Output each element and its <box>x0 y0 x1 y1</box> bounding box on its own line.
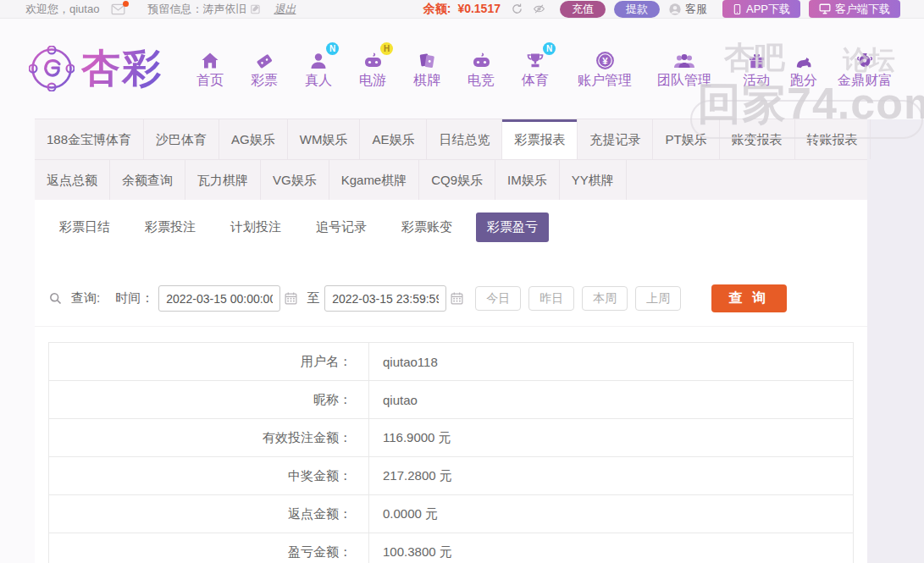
row-label: 有效投注金额： <box>49 419 369 456</box>
subtab-zhuihao[interactable]: 追号记录 <box>305 213 378 242</box>
end-calendar-icon[interactable] <box>448 290 466 307</box>
logo-text: 杏彩 <box>81 42 163 95</box>
client-download-label: 客户端下载 <box>835 2 890 17</box>
app-download-button[interactable]: APP下载 <box>722 0 800 18</box>
nav-label: 体育 <box>508 72 562 90</box>
subtab-caipiao-rijie[interactable]: 彩票日结 <box>48 213 121 242</box>
nav-item-slots[interactable]: H 电游 <box>346 47 400 90</box>
tab-vg[interactable]: VG娱乐 <box>261 160 329 200</box>
header: 杏彩 首页 彩票 N 真人 H 电游 棋牌 电竞 N <box>0 19 924 119</box>
nav-label: 棋牌 <box>400 72 454 90</box>
nav-label: 电竞 <box>454 72 508 90</box>
nav-label: 电游 <box>346 72 400 90</box>
tab-zhangbian[interactable]: 账变报表 <box>720 119 795 159</box>
recharge-button[interactable]: 充值 <box>560 1 606 18</box>
tab-chongti[interactable]: 充提记录 <box>578 119 653 159</box>
app-download-label: APP下载 <box>746 2 790 17</box>
nav-item-home[interactable]: 首页 <box>183 47 237 90</box>
end-time-input[interactable] <box>324 285 446 312</box>
refresh-icon[interactable] <box>511 3 523 15</box>
table-row: 用户名： qiutao118 <box>49 343 853 381</box>
customer-service-button[interactable]: 客服 <box>668 2 707 17</box>
yesterday-button[interactable]: 昨日 <box>528 286 574 311</box>
subtab-caipiao-touzhu[interactable]: 彩票投注 <box>134 213 207 242</box>
tab-yy[interactable]: YY棋牌 <box>560 160 627 200</box>
tab-wali[interactable]: 瓦力棋牌 <box>185 160 261 200</box>
time-label: 时间： <box>115 290 153 306</box>
flower-logo-icon <box>29 46 75 91</box>
subtab-caipiao-yingkui[interactable]: 彩票盈亏 <box>476 213 549 242</box>
message-button[interactable] <box>111 3 125 15</box>
tab-wm[interactable]: WM娱乐 <box>288 119 361 159</box>
nav-label: 首页 <box>183 72 237 90</box>
topbar: 欢迎您，qiutao 预留信息：涛声依旧 退出 余额: ¥0.1517 充值 提… <box>0 0 924 19</box>
nav-label: 活动 <box>735 72 777 90</box>
edit-icon[interactable] <box>250 3 262 15</box>
start-time-input[interactable] <box>158 285 280 312</box>
nav-item-boardgames[interactable]: 棋牌 <box>400 47 454 90</box>
withdraw-button[interactable]: 提款 <box>614 1 660 18</box>
nav-item-paofen[interactable]: 跑分 <box>783 47 825 90</box>
eye-off-icon[interactable] <box>532 3 546 15</box>
wealth-vase-icon <box>830 47 899 71</box>
hot-badge: H <box>380 42 393 55</box>
team-icon <box>647 47 722 71</box>
tab-ae[interactable]: AE娱乐 <box>360 119 427 159</box>
tab-188jinbaobo[interactable]: 188金宝博体育 <box>35 119 144 159</box>
balance-text: 余额: ¥0.1517 <box>423 2 501 17</box>
search-button[interactable]: 查 询 <box>711 284 786 312</box>
main-nav: 首页 彩票 N 真人 H 电游 棋牌 电竞 N 体育 ¥ <box>183 47 899 90</box>
row-label: 用户名： <box>49 343 369 380</box>
logout-link[interactable]: 退出 <box>274 2 296 17</box>
row-label: 中奖金额： <box>49 457 369 494</box>
subtab-jihua-touzhu[interactable]: 计划投注 <box>219 213 292 242</box>
row-label: 盈亏金额： <box>49 533 369 563</box>
nav-label: 金鼎财富 <box>830 72 899 90</box>
tab-shaba[interactable]: 沙巴体育 <box>144 119 219 159</box>
start-calendar-icon[interactable] <box>282 290 300 307</box>
service-label: 客服 <box>685 2 707 17</box>
query-bar: 查询: 时间： 至 今日 昨日 本周 上周 查 询 <box>35 284 867 327</box>
subtab-caipiao-zhangbian[interactable]: 彩票账变 <box>390 213 463 242</box>
nav-label: 团队管理 <box>647 72 722 90</box>
nav-item-esports[interactable]: 电竞 <box>454 47 508 90</box>
nav-item-sports[interactable]: N 体育 <box>508 47 562 90</box>
query-label: 查询: <box>71 290 100 306</box>
nav-label: 彩票 <box>237 72 291 90</box>
nav-item-team[interactable]: 团队管理 <box>647 47 722 90</box>
tab-rijie[interactable]: 日结总览 <box>427 119 502 159</box>
tab-kgame[interactable]: Kgame棋牌 <box>329 160 420 200</box>
this-week-button[interactable]: 本周 <box>582 286 628 311</box>
tab-pt[interactable]: PT娱乐 <box>653 119 719 159</box>
last-week-button[interactable]: 上周 <box>635 286 681 311</box>
new-badge: N <box>543 42 556 55</box>
today-button[interactable]: 今日 <box>475 286 521 311</box>
tab-ag[interactable]: AG娱乐 <box>219 119 288 159</box>
phone-icon <box>733 3 742 15</box>
site-logo[interactable]: 杏彩 <box>29 42 163 95</box>
row-value: 217.2800 元 <box>369 457 452 494</box>
tab-fandian[interactable]: 返点总额 <box>35 160 110 200</box>
tab-zhuanzhang[interactable]: 转账报表 <box>795 119 871 159</box>
row-label: 返点金额： <box>49 495 369 533</box>
cards-icon <box>400 47 454 71</box>
home-icon <box>183 47 237 71</box>
welcome-text: 欢迎您，qiutao <box>25 2 99 17</box>
row-value: qiutao <box>369 381 418 418</box>
balance-value: ¥0.1517 <box>457 2 501 15</box>
row-value: 116.9000 元 <box>369 419 451 456</box>
profit-loss-table: 用户名： qiutao118 昵称： qiutao 有效投注金额： 116.90… <box>48 342 854 563</box>
reserved-info-text: 预留信息：涛声依旧 <box>147 2 246 17</box>
client-download-button[interactable]: 客户端下载 <box>809 0 900 18</box>
tab-im[interactable]: IM娱乐 <box>495 160 560 200</box>
tab-cq9[interactable]: CQ9娱乐 <box>419 160 495 200</box>
tab-yue[interactable]: 余额查询 <box>110 160 185 200</box>
nav-item-promotions[interactable]: 活动 <box>735 47 777 90</box>
notification-dot <box>123 1 129 7</box>
tab-caipiao-baobiao[interactable]: 彩票报表 <box>502 119 578 159</box>
nav-item-live[interactable]: N 真人 <box>291 47 346 90</box>
nav-item-lottery[interactable]: 彩票 <box>237 47 291 90</box>
nav-item-wealth[interactable]: 金鼎财富 <box>830 47 899 90</box>
nav-item-account[interactable]: ¥ 账户管理 <box>567 47 642 90</box>
to-label: 至 <box>307 290 319 306</box>
